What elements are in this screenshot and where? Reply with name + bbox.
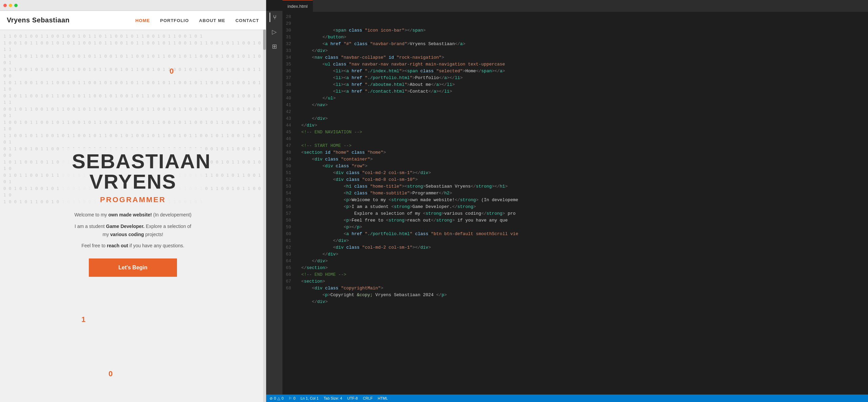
hero-desc1: Welcome to my own made website! (In deve… <box>72 211 194 219</box>
line-number-43: 43 <box>282 115 295 122</box>
code-line-35: <li><a href="./portfolio.html">Portfolio… <box>301 75 868 81</box>
warning-icon: △ <box>277 396 280 401</box>
code-line-37: <li><a href="./contact.html">Contact</a>… <box>301 88 868 95</box>
line-number-63: 63 <box>282 251 295 258</box>
line-number-59: 59 <box>282 224 295 231</box>
hero-desc2: I am a student Game Developer. Explore a… <box>72 223 194 239</box>
line-number-42: 42 <box>282 109 295 115</box>
nav-item-contact[interactable]: CONTACT <box>235 17 259 23</box>
code-line-61: </div> <box>301 251 868 258</box>
activity-bar: ⑂ ▷ ⊞ <box>266 11 282 395</box>
code-line-38: </ul> <box>301 95 868 102</box>
line-number-40: 40 <box>282 95 295 102</box>
code-line-54: <p>I am a student <strong>Game Developer… <box>301 204 868 210</box>
line-number-58: 58 <box>282 217 295 224</box>
line-number-60: 60 <box>282 231 295 237</box>
code-scroll[interactable]: 2829303132333435363738394041424344454647… <box>282 12 868 402</box>
nav-item-aboutme[interactable]: ABOUT ME <box>199 17 225 23</box>
code-line-34: <li><a href="./index.html"><span class="… <box>301 68 868 75</box>
line-number-30: 30 <box>282 27 295 34</box>
maximize-dot <box>14 4 18 7</box>
code-line-31: </div> <box>301 47 868 54</box>
code-editor: ⑂ ▷ ⊞ index.html 28293031323334353637383… <box>266 0 868 402</box>
line-number-48: 48 <box>282 149 295 156</box>
close-dot <box>3 4 7 7</box>
line-number-31: 31 <box>282 34 295 41</box>
source-control-icon[interactable]: ⑂ <box>270 13 279 22</box>
info-icon: ⚐ <box>289 396 292 401</box>
code-line-42: </div> <box>301 122 868 129</box>
line-number-44: 44 <box>282 122 295 129</box>
code-line-67: <p>Copyright &copy; Vryens Sebastiaan 20… <box>301 292 868 299</box>
code-line-65: <section> <box>301 278 868 285</box>
code-line-64: <!-- END HOME --> <box>301 271 868 278</box>
line-number-29: 29 <box>282 20 295 27</box>
code-line-28: <span class="icon icon-bar"></span> <box>301 27 868 34</box>
line-number-53: 53 <box>282 183 295 190</box>
error-icon: ⊘ <box>270 396 273 401</box>
code-line-29: </button> <box>301 34 868 41</box>
line-number-45: 45 <box>282 129 295 136</box>
code-line-45: <!-- START HOME --> <box>301 142 868 149</box>
warning-count: 0 <box>281 396 283 400</box>
code-line-53: <p>Welcome to my <strong>own made websit… <box>301 197 868 204</box>
website-preview: Vryens Sebastiaan HOME PORTFOLIO ABOUT M… <box>0 0 266 402</box>
line-number-61: 61 <box>282 237 295 244</box>
line-number-46: 46 <box>282 136 295 142</box>
code-line-52: <h2 class="home-subtitle">Programmer</h2… <box>301 190 868 197</box>
cta-button[interactable]: Let's Begin <box>89 259 177 277</box>
code-line-56: <p>Feel free to <strong>reach out</stron… <box>301 217 868 224</box>
code-line-44 <box>301 136 868 142</box>
code-line-32: <nav class="navbar-collapse" id="rock-na… <box>301 54 868 61</box>
status-language: HTML <box>378 396 388 400</box>
error-count: 0 <box>274 396 276 400</box>
site-content: 1 1 0 0 1 0 0 1 1 0 0 1 0 0 1 0 1 1 0 1 … <box>0 30 266 402</box>
site-nav-links: HOME PORTFOLIO ABOUT ME CONTACT <box>135 17 259 23</box>
code-line-30: <a href="#" class="navbar-brand">Vryens … <box>301 41 868 47</box>
editor-tabs: index.html <box>282 0 868 12</box>
line-number-38: 38 <box>282 81 295 88</box>
line-number-47: 47 <box>282 142 295 149</box>
nav-item-home[interactable]: HOME <box>135 17 150 23</box>
line-number-64: 64 <box>282 258 295 265</box>
browser-chrome <box>0 0 266 11</box>
hero-section: SEBASTIAAN VRYENS PROGRAMMER Welcome to … <box>62 148 204 284</box>
code-content: <span class="icon icon-bar"></span> </bu… <box>298 12 868 402</box>
nav-item-portfolio[interactable]: PORTFOLIO <box>160 17 189 23</box>
line-numbers: 2829303132333435363738394041424344454647… <box>282 12 298 402</box>
run-icon[interactable]: ▷ <box>270 27 279 37</box>
status-errors: ⊘ 0 △ 0 <box>270 396 283 401</box>
status-info: ⚐ 0 <box>289 396 295 401</box>
hero-desc3: Feel free to reach out if you have any q… <box>72 242 194 250</box>
line-number-28: 28 <box>282 14 295 20</box>
code-line-63: </section> <box>301 265 868 271</box>
site-brand: Vryens Sebastiaan <box>7 16 70 24</box>
tab-index-html[interactable]: index.html <box>282 0 313 12</box>
scrollbar[interactable] <box>263 30 266 402</box>
hero-subtitle: PROGRAMMER <box>72 195 194 204</box>
code-line-49: <div class="col-md-2 col-sm-1"></div> <box>301 170 868 176</box>
line-number-67: 67 <box>282 278 295 285</box>
info-count: 0 <box>293 396 295 400</box>
site-navbar: Vryens Sebastiaan HOME PORTFOLIO ABOUT M… <box>0 11 266 30</box>
extensions-icon[interactable]: ⊞ <box>270 42 279 51</box>
line-number-52: 52 <box>282 176 295 183</box>
code-line-51: <h1 class="home-title"><strong>Sebastiaa… <box>301 183 868 190</box>
line-number-54: 54 <box>282 190 295 197</box>
code-line-47: <div class="container"> <box>301 156 868 163</box>
hero-title: SEBASTIAAN VRYENS <box>72 151 194 192</box>
line-number-32: 32 <box>282 41 295 47</box>
code-line-60: <div class="col-md-2 col-sm-1"></div> <box>301 244 868 251</box>
code-line-36: <li><a href="./aboutme.html">About me</a… <box>301 81 868 88</box>
code-line-57: <p></p> <box>301 224 868 231</box>
minimize-dot <box>9 4 12 7</box>
code-line-41: </div> <box>301 115 868 122</box>
code-line-58: <a href="./portfolio.html" class="btn bt… <box>301 231 868 237</box>
line-number-62: 62 <box>282 244 295 251</box>
status-tabsize: Tab Size: 4 <box>324 396 342 400</box>
code-line-62: </div> <box>301 258 868 265</box>
code-line-55: Explore a selection of my <strong>variou… <box>301 210 868 217</box>
line-number-41: 41 <box>282 102 295 109</box>
scrollbar-thumb[interactable] <box>263 30 266 50</box>
float-num-0-bottom: 0 <box>108 369 113 378</box>
